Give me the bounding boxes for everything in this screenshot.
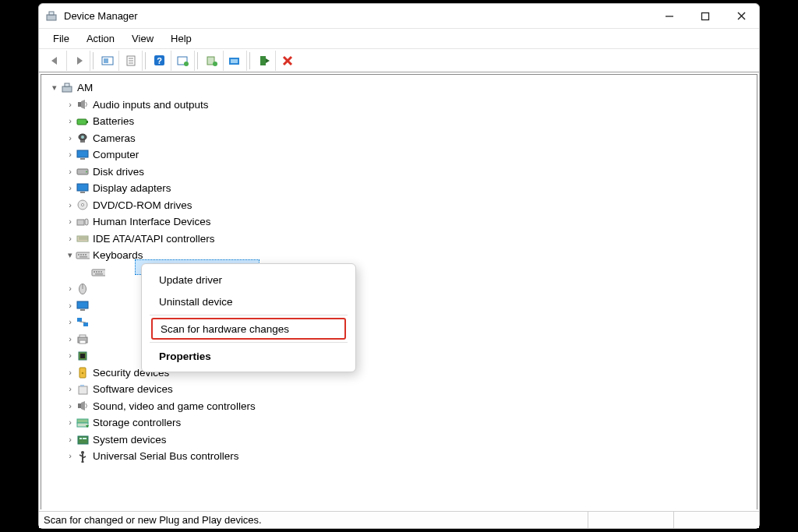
category-label: Cameras	[93, 130, 136, 147]
security-icon	[76, 365, 90, 379]
usb-icon	[76, 449, 90, 463]
category-label: Disk drives	[93, 164, 144, 181]
chevron-right-icon[interactable]: ›	[65, 351, 76, 361]
ctx-properties[interactable]: Properties	[142, 345, 355, 367]
ctx-update-driver[interactable]: Update driver	[142, 269, 355, 291]
category-label: Computer	[93, 146, 139, 164]
toolbar-update-driver-button[interactable]	[171, 51, 195, 71]
camera-icon	[76, 131, 90, 145]
ctx-uninstall-device[interactable]: Uninstall device	[142, 291, 355, 312]
menu-file[interactable]: File	[45, 31, 77, 46]
ctx-separator	[150, 342, 348, 343]
tree-category[interactable]: ›Disk drives	[44, 164, 754, 181]
tree-category[interactable]: ›DVD/CD-ROM drives	[44, 197, 754, 214]
chevron-right-icon[interactable]: ›	[65, 384, 76, 395]
tree-category[interactable]: ›Sound, video and game controllers	[44, 398, 754, 415]
toolbar-properties-button[interactable]	[119, 51, 143, 71]
ctx-separator	[150, 315, 348, 315]
menubar: File Action View Help	[39, 29, 759, 49]
category-label: System devices	[93, 432, 167, 449]
svg-rect-44	[85, 219, 88, 225]
svg-point-38	[86, 171, 87, 173]
svg-rect-62	[77, 301, 88, 308]
toolbar-show-hidden-button[interactable]	[96, 51, 119, 71]
toolbar-help-button[interactable]: ?	[148, 51, 171, 71]
svg-rect-82	[79, 438, 82, 439]
toolbar-scan-hardware-button[interactable]	[224, 51, 247, 71]
device-manager-window: Device Manager File Action View Help ? ▾	[38, 3, 760, 529]
device-tree[interactable]: ▾ AM ›Audio inputs and outputs›Batteries…	[41, 74, 757, 509]
chevron-right-icon[interactable]: ›	[65, 166, 76, 177]
category-label: Software devices	[93, 381, 173, 398]
tree-category[interactable]: ›Storage controllers	[44, 414, 754, 432]
toolbar-forward-button[interactable]	[67, 51, 90, 71]
svg-rect-81	[78, 436, 88, 444]
chevron-right-icon[interactable]: ›	[65, 451, 76, 462]
menu-help[interactable]: Help	[163, 31, 200, 46]
chevron-right-icon[interactable]: ›	[65, 199, 76, 210]
toolbar-enable-button[interactable]	[252, 51, 276, 71]
tree-category[interactable]: ›Cameras	[44, 130, 754, 147]
svg-rect-68	[79, 335, 86, 337]
category-label: Sound, video and game controllers	[93, 398, 256, 415]
maximize-button[interactable]	[687, 4, 723, 29]
chevron-right-icon[interactable]: ›	[65, 183, 76, 194]
svg-marker-29	[81, 100, 85, 109]
chevron-right-icon[interactable]: ›	[65, 317, 76, 328]
tree-category[interactable]: ›Display adapters	[44, 180, 754, 197]
svg-rect-21	[231, 59, 238, 63]
menu-action[interactable]: Action	[79, 31, 122, 46]
chevron-right-icon[interactable]: ›	[65, 400, 76, 411]
chevron-down-icon[interactable]: ▾	[49, 83, 60, 93]
ctx-scan-hardware[interactable]: Scan for hardware changes	[151, 318, 346, 340]
tree-category[interactable]: ›Batteries	[44, 113, 754, 130]
chevron-right-icon[interactable]: ›	[65, 284, 76, 294]
category-label: DVD/CD-ROM drives	[93, 197, 192, 214]
keyboard-icon	[91, 265, 105, 279]
disc-icon	[76, 198, 90, 212]
battery-icon	[76, 115, 90, 129]
toolbar-uninstall-button[interactable]	[200, 51, 224, 71]
software-icon	[76, 382, 90, 396]
toolbar-back-button[interactable]	[44, 51, 67, 71]
chevron-right-icon[interactable]: ›	[65, 116, 76, 127]
svg-rect-57	[98, 271, 100, 273]
chevron-right-icon[interactable]: ›	[65, 132, 76, 143]
toolbar: ?	[39, 49, 759, 72]
svg-point-33	[81, 136, 84, 139]
minimize-button[interactable]	[651, 4, 687, 29]
svg-marker-6	[51, 57, 57, 65]
chevron-right-icon[interactable]: ›	[65, 99, 76, 110]
svg-rect-34	[80, 140, 85, 143]
svg-rect-88	[82, 461, 84, 463]
svg-rect-1	[49, 12, 54, 15]
tree-category[interactable]: ›Universal Serial Bus controllers	[44, 448, 754, 465]
tree-category[interactable]: ›Audio inputs and outputs	[44, 97, 754, 114]
category-label: Storage controllers	[93, 414, 181, 432]
statusbar-cell	[588, 512, 673, 528]
close-button[interactable]	[723, 4, 759, 29]
toolbar-disable-button[interactable]	[276, 51, 299, 71]
chevron-right-icon[interactable]: ›	[65, 217, 76, 227]
tree-category[interactable]: ›System devices	[44, 432, 754, 449]
menu-view[interactable]: View	[124, 31, 161, 46]
chevron-right-icon[interactable]: ›	[65, 434, 76, 445]
chevron-right-icon[interactable]: ›	[65, 417, 76, 428]
chevron-right-icon[interactable]: ›	[65, 333, 76, 344]
chevron-right-icon[interactable]: ›	[65, 233, 76, 244]
tree-category[interactable]: ›IDE ATA/ATAPI controllers	[44, 231, 754, 248]
chevron-right-icon[interactable]: ›	[65, 367, 76, 378]
monitor-icon	[76, 148, 90, 162]
chevron-right-icon[interactable]: ›	[65, 300, 76, 311]
tree-category[interactable]: ›Software devices	[44, 381, 754, 398]
tree-category[interactable]: ›Human Interface Devices	[44, 213, 754, 231]
chevron-down-icon[interactable]: ▾	[65, 250, 76, 261]
tree-category[interactable]: ›Computer	[44, 146, 754, 164]
chevron-right-icon[interactable]: ›	[65, 150, 76, 160]
svg-rect-9	[104, 58, 108, 63]
svg-rect-31	[87, 121, 88, 123]
svg-rect-71	[80, 354, 85, 358]
svg-rect-64	[77, 318, 82, 322]
tree-root[interactable]: ▾ AM	[44, 79, 754, 97]
window-buttons	[651, 4, 759, 29]
